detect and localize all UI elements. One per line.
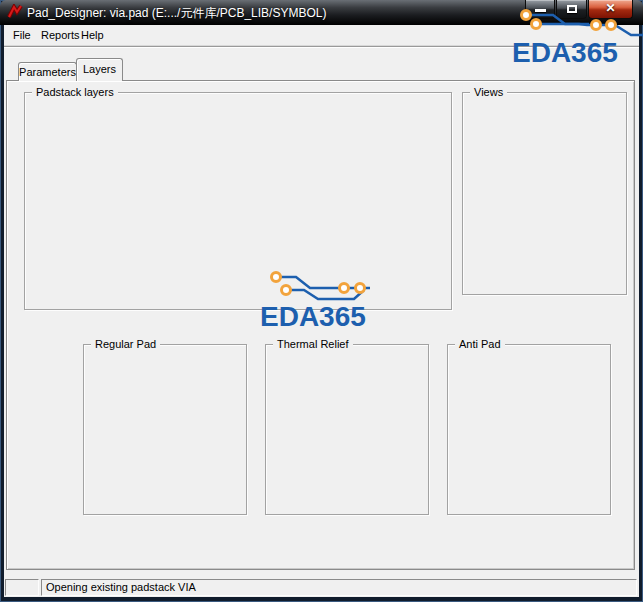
maximize-button[interactable] <box>556 0 587 19</box>
tab-layers[interactable]: Layers <box>76 58 123 81</box>
menubar-separator <box>4 46 639 48</box>
anti-pad-group-label: Anti Pad <box>455 338 505 350</box>
views-group-label: Views <box>470 86 507 98</box>
statusbar: Opening existing padstack VIA <box>4 578 639 597</box>
minimize-button[interactable] <box>525 0 555 19</box>
anti-pad-group: Anti Pad <box>447 344 611 515</box>
menu-file[interactable]: File <box>8 28 36 42</box>
pad-designer-window: Pad_Designer: via.pad (E:.../元件库/PCB_LIB… <box>0 0 643 602</box>
close-icon: ✕ <box>589 1 632 15</box>
close-button[interactable]: ✕ <box>588 0 633 19</box>
minimize-icon <box>535 9 546 12</box>
titlebar[interactable]: Pad_Designer: via.pad (E:.../元件库/PCB_LIB… <box>0 0 643 25</box>
client-area: File Reports Help Parameters Layers Pads… <box>4 25 639 597</box>
menu-help[interactable]: Help <box>76 28 109 42</box>
views-group: Views <box>462 92 627 295</box>
maximize-icon <box>567 5 577 13</box>
tab-parameters[interactable]: Parameters <box>18 62 77 81</box>
padstack-layers-group: Padstack layers <box>24 92 452 310</box>
regular-pad-group: Regular Pad <box>83 344 247 515</box>
regular-pad-group-label: Regular Pad <box>91 338 160 350</box>
thermal-relief-group-label: Thermal Relief <box>273 338 353 350</box>
status-panel-left <box>5 579 39 596</box>
menubar: File Reports Help <box>4 25 639 46</box>
status-message: Opening existing padstack VIA <box>41 579 637 596</box>
app-icon <box>7 4 23 20</box>
thermal-relief-group: Thermal Relief <box>265 344 429 515</box>
padstack-layers-group-label: Padstack layers <box>32 86 118 98</box>
window-title: Pad_Designer: via.pad (E:.../元件库/PCB_LIB… <box>27 5 326 22</box>
